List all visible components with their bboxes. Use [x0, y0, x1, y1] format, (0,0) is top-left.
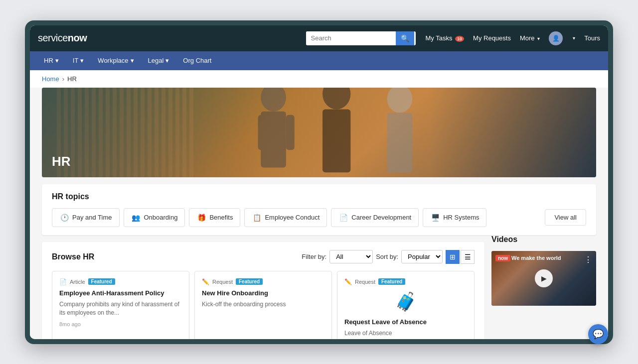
grid-view-button[interactable]: ⊞: [446, 250, 460, 264]
topic-label: Pay and Time: [72, 214, 112, 221]
sort-label: Sort by:: [376, 253, 398, 260]
videos-section: Videos now We make the world ⋮ ▶: [491, 235, 596, 339]
video-brand-label: now: [495, 255, 510, 261]
topic-onboarding[interactable]: 👥 Onboarding: [124, 208, 185, 227]
svg-rect-7: [387, 113, 413, 172]
svg-rect-2: [258, 115, 267, 149]
avatar-chevron-icon: ▾: [573, 35, 575, 41]
card-type-label-1: Article: [70, 279, 85, 285]
topic-employee-conduct[interactable]: 📋 Employee Conduct: [244, 208, 327, 227]
topic-label: Career Development: [351, 214, 411, 221]
more-link[interactable]: More ▾: [520, 34, 540, 42]
card-title-1: Employee Anti-Harassment Policy: [59, 289, 182, 298]
nav-item-legal[interactable]: Legal ▾: [142, 53, 175, 68]
nav-item-workplace[interactable]: Workplace ▾: [92, 53, 140, 68]
breadcrumb-current: HR: [67, 75, 77, 83]
search-button[interactable]: 🔍: [396, 31, 414, 45]
main-content: HR topics 🕐 Pay and Time 👥 Onboarding 🎁: [30, 184, 608, 339]
legal-chevron-icon: ▾: [165, 57, 169, 64]
hr-chevron-icon: ▾: [55, 57, 59, 64]
nav-item-hr[interactable]: HR ▾: [38, 53, 65, 68]
filter-label: Filter by:: [302, 253, 326, 260]
card-desc-1: Company prohibits any kind of harassment…: [59, 300, 182, 317]
card-anti-harassment: 📄 Article Featured Employee Anti-Harassm…: [52, 271, 189, 339]
topics-row: 🕐 Pay and Time 👥 Onboarding 🎁 Benefits: [52, 208, 586, 227]
topic-hr-systems[interactable]: 🖥️ HR Systems: [423, 208, 486, 227]
browser-window: servicenow 🔍 My Tasks 10 My Requests Mor…: [30, 25, 608, 339]
tours-link[interactable]: Tours: [584, 34, 600, 42]
search-bar: 🔍: [306, 31, 416, 45]
it-chevron-icon: ▾: [80, 57, 84, 64]
video-thumbnail[interactable]: now We make the world ⋮ ▶: [491, 251, 596, 306]
breadcrumb-home[interactable]: Home: [42, 75, 59, 83]
video-title: We make the world: [511, 255, 561, 261]
nav-label-legal: Legal: [148, 57, 164, 64]
hero-illustration: [42, 88, 596, 177]
nav-label-hr: HR: [44, 57, 53, 64]
tasks-badge: 10: [455, 36, 464, 42]
article-icon: 📄: [59, 278, 67, 285]
featured-badge-2: Featured: [236, 278, 263, 285]
device-frame: servicenow 🔍 My Tasks 10 My Requests Mor…: [25, 20, 613, 344]
svg-rect-5: [322, 109, 350, 172]
browse-cards: 📄 Article Featured Employee Anti-Harassm…: [52, 271, 475, 339]
search-input[interactable]: [306, 31, 396, 45]
card-title-2: New Hire Onboarding: [202, 289, 324, 298]
video-more-icon[interactable]: ⋮: [584, 255, 592, 264]
browse-title: Browse HR: [52, 252, 94, 261]
view-toggle: ⊞ ☰: [446, 250, 475, 264]
nav-label-org-chart: Org Chart: [183, 57, 211, 64]
card-sub-3: Leave of Absence: [344, 329, 467, 338]
breadcrumb: Home › HR: [30, 70, 608, 88]
top-navigation: servicenow 🔍 My Tasks 10 My Requests Mor…: [30, 25, 608, 51]
request-icon-1: ✏️: [202, 278, 209, 285]
browse-header: Browse HR Filter by: All Article Request…: [52, 250, 475, 264]
nav-item-it[interactable]: IT ▾: [67, 53, 90, 68]
secondary-navigation: HR ▾ IT ▾ Workplace ▾ Legal ▾ Org Chart: [30, 51, 608, 70]
svg-point-6: [387, 88, 413, 113]
topic-pay-and-time[interactable]: 🕐 Pay and Time: [52, 208, 120, 227]
topic-label: Benefits: [209, 214, 233, 221]
my-requests-link[interactable]: My Requests: [473, 34, 511, 42]
sort-select[interactable]: Popular Recent A-Z: [401, 250, 443, 263]
browse-hr-section: Browse HR Filter by: All Article Request…: [42, 242, 484, 339]
topic-label: HR Systems: [443, 214, 479, 221]
videos-title: Videos: [491, 235, 596, 244]
logo[interactable]: servicenow: [38, 32, 87, 44]
card-time-1: 8mo ago: [59, 321, 182, 327]
hr-topics-title: HR topics: [52, 192, 586, 201]
card-desc-2: Kick-off the onboarding process: [202, 300, 324, 309]
featured-badge-3: Featured: [378, 278, 405, 285]
topic-career-development[interactable]: 📄 Career Development: [331, 208, 419, 227]
career-icon: 📄: [338, 213, 348, 223]
list-view-button[interactable]: ☰: [461, 250, 475, 264]
breadcrumb-separator: ›: [62, 75, 64, 83]
card-onboarding: ✏️ Request Featured New Hire Onboarding …: [194, 271, 332, 339]
nav-item-org-chart[interactable]: Org Chart: [177, 53, 217, 68]
content-area: Home › HR: [30, 70, 608, 339]
clock-icon: 🕐: [59, 213, 69, 223]
more-chevron-icon: ▾: [537, 36, 540, 41]
svg-rect-3: [286, 115, 295, 149]
my-tasks-link[interactable]: My Tasks 10: [426, 34, 465, 42]
nav-label-workplace: Workplace: [98, 57, 128, 64]
card-leave-absence: ✏️ Request Featured 🧳 Request Leave of A…: [337, 271, 475, 339]
browse-and-videos: Browse HR Filter by: All Article Request…: [42, 235, 596, 339]
card-type-2: ✏️ Request Featured: [202, 278, 324, 285]
nav-label-it: IT: [73, 57, 79, 64]
top-nav-right: My Tasks 10 My Requests More ▾ 👤 ▾ Tours: [426, 31, 601, 45]
avatar[interactable]: 👤: [549, 31, 563, 45]
card-type-label-2: Request: [212, 279, 233, 285]
featured-badge-1: Featured: [88, 278, 115, 285]
hero-title: HR: [52, 154, 71, 169]
filter-select[interactable]: All Article Request FAQ: [329, 250, 373, 263]
view-all-button[interactable]: View all: [545, 209, 586, 226]
benefits-icon: 🎁: [196, 213, 206, 223]
topic-label: Onboarding: [144, 214, 178, 221]
conduct-icon: 📋: [252, 213, 262, 223]
request-icon-2: ✏️: [344, 278, 352, 285]
chat-button[interactable]: 💬: [588, 324, 608, 344]
play-button[interactable]: ▶: [535, 269, 553, 287]
topic-benefits[interactable]: 🎁 Benefits: [189, 208, 240, 227]
card-title-3: Request Leave of Absence: [344, 318, 467, 327]
